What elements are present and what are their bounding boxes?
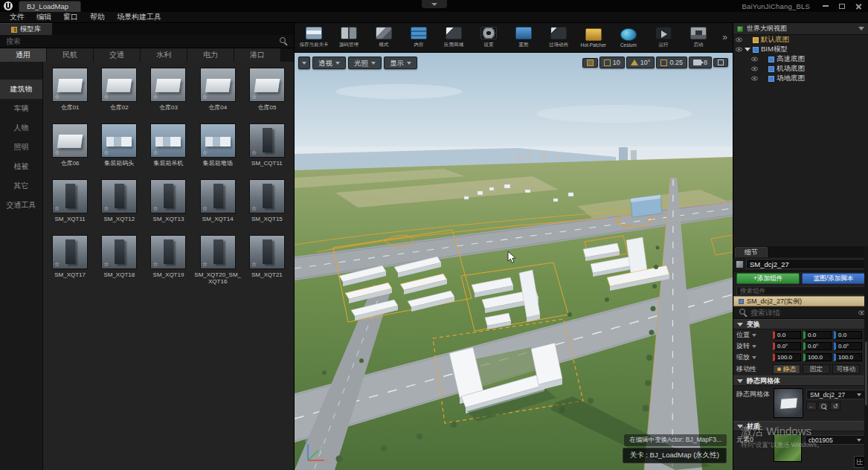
camera-speed-control[interactable]: 8 [689,57,712,68]
transform-space-toggle[interactable] [582,58,598,68]
outliner-row[interactable]: BIM模型 [733,45,868,54]
asset-tile[interactable]: 仓库03 [144,68,192,123]
viewport-options-button[interactable] [298,57,310,69]
window-dropdown-chevron-icon[interactable] [422,0,447,8]
unreal-logo-icon[interactable] [4,1,13,10]
actor-name-field[interactable] [746,259,865,269]
asset-tile[interactable]: SM_XQT20_SM_XQT16 [194,235,242,291]
asset-tile[interactable]: 仓库04 [194,68,242,123]
scale-snap-toggle[interactable]: 0.25 [656,57,687,68]
maximize-button[interactable] [834,1,850,11]
material-thumbnail[interactable] [774,434,802,462]
lit-mode-dropdown[interactable]: 光照 [348,57,382,69]
asset-tile[interactable]: 仓库02 [95,68,143,123]
category-tab[interactable]: 通用 [0,48,47,62]
search-components-input[interactable] [740,287,861,294]
level-tab[interactable]: BJ_LoadMap [19,1,81,12]
outliner-row[interactable]: 高速底图 [733,54,868,64]
asset-tile[interactable]: SM_XQT14 [194,179,242,235]
visibility-eye-icon[interactable] [751,57,758,62]
viewport[interactable]: 透视 光照 显示 10 10° 0.25 8 z x y [295,53,733,470]
asset-tile[interactable]: SM_XQT15 [243,179,291,235]
expand-chevron-icon[interactable] [745,48,750,51]
menu-item[interactable]: 文件 [4,12,30,22]
asset-tile[interactable]: SM_XQT13 [144,179,192,235]
tab-details[interactable]: 细节 [735,247,768,257]
outliner-filter-chevron-icon[interactable] [858,27,864,30]
asset-tile[interactable]: SM_XQT18 [95,235,143,291]
tab-model-library[interactable]: 模型库 [0,23,52,35]
outliner-row[interactable]: 场地底图 [733,74,868,83]
toolbar-button[interactable]: Hot-Patcher [576,24,611,52]
details-scrollbar[interactable] [864,246,868,470]
browse-to-asset-icon[interactable] [818,402,829,411]
asset-tile[interactable]: 仓库01 [46,68,94,123]
section-static-mesh[interactable]: 静态网格体 [733,376,868,386]
side-category[interactable]: 人物 [0,118,42,138]
perspective-dropdown[interactable]: 透视 [312,57,346,69]
axis-x-field[interactable]: 0.0 [773,331,801,339]
axis-z-field[interactable]: 0.0 [834,331,862,339]
grid-snap-toggle[interactable]: 10 [599,57,625,68]
outliner-row[interactable]: 默认底图 [733,35,868,45]
visibility-eye-icon[interactable] [736,48,742,52]
side-category[interactable]: 交通工具 [0,196,42,215]
asset-tile[interactable]: 仓库06 [46,123,94,179]
visibility-eye-icon[interactable] [736,38,742,42]
scrollbar-thumb[interactable] [865,341,867,405]
reset-to-default-icon[interactable] [830,402,840,411]
asset-tile[interactable]: SM_XQT12 [95,179,143,235]
asset-tile[interactable]: SM_XQT19 [144,235,192,291]
side-category[interactable]: 其它 [0,176,42,196]
asset-tile[interactable]: SM_XQT11 [46,179,94,235]
toolbar-button[interactable]: 模式 [366,24,401,52]
side-category[interactable]: 建筑物 [0,80,42,99]
visibility-eye-icon[interactable] [751,67,758,71]
side-category[interactable]: 植被 [0,157,42,176]
toolbar-overflow-chevron[interactable] [718,32,731,42]
close-button[interactable] [850,1,867,11]
toolbar-button[interactable]: Cesium [611,24,646,52]
use-selected-icon[interactable] [806,402,817,411]
minimize-button[interactable] [817,1,834,11]
menu-item[interactable]: 场景构建工具 [112,12,167,22]
axis-y-field[interactable]: 0.0 [803,331,832,339]
rotation-snap-toggle[interactable]: 10° [626,57,655,68]
axis-y-field[interactable]: 0.0° [803,342,832,350]
category-tab[interactable]: 港口 [234,48,281,62]
toolbar-button[interactable]: 蓝图 [506,24,541,52]
asset-tile[interactable]: SM_CQT11 [243,123,291,179]
blueprint-add-script-button[interactable]: 蓝图/添加脚本 [802,273,865,284]
axis-x-field[interactable]: 100.0 [773,353,801,361]
category-tab[interactable]: 交通 [94,48,141,62]
asset-tile[interactable]: 集装箱吊机 [144,123,192,179]
asset-tile[interactable]: 集装箱堆场 [194,123,242,179]
search-details-input[interactable] [750,309,855,317]
asset-tile[interactable]: 集装箱码头 [95,123,143,179]
menu-item[interactable]: 编辑 [31,12,57,22]
mobility-option-button[interactable]: 固定 [803,364,830,374]
side-category[interactable]: 照明 [0,138,42,157]
toolbar-button[interactable]: 过场动画 [541,24,576,52]
toolbar-button[interactable]: 源码管理 [331,24,366,52]
visibility-eye-icon[interactable] [751,77,758,81]
section-materials[interactable]: 材质 [733,421,868,431]
show-dropdown[interactable]: 显示 [384,57,417,69]
toolbar-button[interactable]: 设置 [471,24,506,52]
maximize-viewport-button[interactable] [713,58,728,67]
side-category[interactable]: 车辆 [0,99,42,118]
asset-tile[interactable]: SM_XQT17 [46,235,94,291]
mobility-option-button[interactable]: 静态 [773,364,800,374]
asset-tile[interactable]: SM_XQT21 [243,235,291,291]
menu-item[interactable]: 帮助 [85,12,110,22]
asset-tile[interactable]: 仓库05 [243,68,291,123]
section-transform[interactable]: 变换 [733,319,868,329]
component-instance-row[interactable]: SM_dcj2_27(实例) [733,296,868,306]
static-mesh-thumbnail[interactable] [774,388,803,418]
add-component-button[interactable]: +添加组件 [736,273,800,284]
axis-z-field[interactable]: 0.0° [834,342,862,350]
outliner-row[interactable]: 机场底图 [733,64,868,74]
mobility-option-button[interactable]: 可移动 [832,364,860,374]
toolbar-button[interactable]: 内容 [401,24,436,52]
axis-x-field[interactable]: 0.0° [773,342,801,350]
